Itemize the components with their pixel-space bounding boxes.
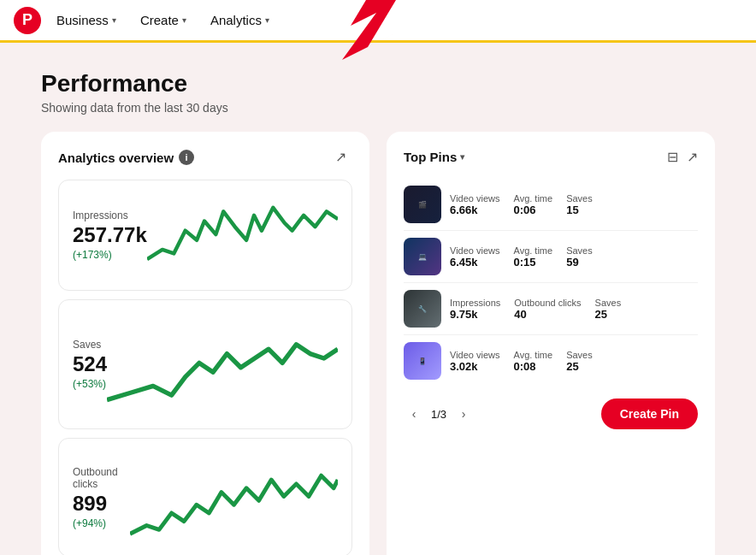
chevron-down-icon: ▾ <box>182 15 186 25</box>
pin-stat-value: 59 <box>566 256 593 269</box>
outbound-clicks-value: 899 <box>73 492 130 516</box>
pin-stats: Video views6.66kAvg. time0:06Saves15 <box>450 193 698 216</box>
pin-thumbnail[interactable]: 🔧 <box>404 290 441 328</box>
pin-stat: Saves25 <box>595 298 622 321</box>
pin-stat-value: 25 <box>595 308 622 321</box>
filter-icon[interactable]: ⊟ <box>667 149 678 165</box>
pin-row: 🎬Video views6.66kAvg. time0:06Saves15 <box>404 179 698 231</box>
pin-stats: Video views6.45kAvg. time0:15Saves59 <box>450 245 698 269</box>
pin-stat-value: 0:15 <box>514 256 553 269</box>
pin-stat-value: 6.45k <box>450 256 500 269</box>
pin-stat-label: Saves <box>566 193 593 204</box>
pagination: ‹ 1/3 › Create Pin <box>404 399 698 429</box>
pin-rows: 🎬Video views6.66kAvg. time0:06Saves15💻Vi… <box>404 179 698 387</box>
nav-item-analytics[interactable]: Analytics ▾ <box>202 8 278 32</box>
pin-stat-label: Video views <box>450 350 500 360</box>
top-pins-title-group[interactable]: Top Pins ▾ <box>404 150 464 164</box>
pin-row: 💻Video views6.45kAvg. time0:15Saves59 <box>404 231 698 283</box>
pin-row: 📱Video views3.02kAvg. time0:08Saves25 <box>404 335 698 387</box>
pin-stat: Saves59 <box>566 245 593 269</box>
next-page-button[interactable]: › <box>453 404 474 424</box>
pin-stat-value: 0:08 <box>514 360 553 373</box>
pin-stat-label: Outbound clicks <box>514 298 581 308</box>
pin-stat-label: Saves <box>566 350 593 360</box>
pin-stat-label: Saves <box>595 298 622 308</box>
pin-stat: Avg. time0:06 <box>514 193 553 216</box>
pin-thumbnail[interactable]: 💻 <box>404 238 441 275</box>
saves-change: (+53%) <box>73 378 107 390</box>
pin-thumbnail[interactable]: 🎬 <box>404 186 441 223</box>
impressions-metric: Impressions 257.77k (+173%) <box>58 180 352 291</box>
chevron-down-icon: ▾ <box>460 152 464 162</box>
top-pins-card: Top Pins ▾ ⊟ ↗ 🎬Video views6.66kAvg. tim… <box>387 132 715 555</box>
pin-stat: Impressions9.75k <box>450 298 500 321</box>
pin-stat-value: 25 <box>566 360 593 373</box>
pin-stat: Video views3.02k <box>450 350 500 373</box>
navbar: P Business ▾ Create ▾ Analytics ▾ <box>0 0 756 43</box>
saves-label: Saves <box>73 339 107 351</box>
pinterest-logo[interactable]: P <box>14 7 41 34</box>
saves-sparkline <box>107 312 338 416</box>
impressions-value: 257.77k <box>73 223 147 247</box>
chevron-down-icon: ▾ <box>112 15 116 25</box>
pin-stat-value: 15 <box>566 204 593 216</box>
performance-subtitle: Showing data from the last 30 days <box>41 101 715 115</box>
nav-create-label: Create <box>140 13 179 27</box>
pin-stat-label: Video views <box>450 245 500 256</box>
nav-item-create[interactable]: Create ▾ <box>132 8 195 32</box>
pin-thumbnail[interactable]: 📱 <box>404 342 441 380</box>
analytics-card-header: Analytics overview i ↗ <box>58 149 352 166</box>
nav-business-label: Business <box>56 13 109 27</box>
pin-stat-label: Video views <box>450 193 500 204</box>
top-pins-header: Top Pins ▾ ⊟ ↗ <box>404 149 698 165</box>
pin-stat-label: Impressions <box>450 298 500 308</box>
nav-item-business[interactable]: Business ▾ <box>48 8 125 32</box>
analytics-overview-card: Analytics overview i ↗ Impressions 257.7… <box>41 132 369 555</box>
export-icon[interactable]: ↗ <box>335 149 352 166</box>
pin-stat-value: 40 <box>514 308 581 321</box>
pin-stat: Saves15 <box>566 193 593 216</box>
pin-stats: Impressions9.75kOutbound clicks40Saves25 <box>450 298 698 321</box>
pin-stat-value: 3.02k <box>450 360 500 373</box>
pagination-controls: ‹ 1/3 › <box>404 404 474 424</box>
logo-letter: P <box>22 11 32 29</box>
pin-stat-value: 0:06 <box>514 204 553 216</box>
outbound-clicks-left: Outbound clicks 899 (+94%) <box>73 466 130 529</box>
saves-metric: Saves 524 (+53%) <box>58 299 352 428</box>
saves-value: 524 <box>73 352 107 376</box>
analytics-overview-title-group: Analytics overview i <box>58 150 194 165</box>
pin-stat: Video views6.66k <box>450 193 500 216</box>
impressions-change: (+173%) <box>73 249 147 261</box>
pin-stat: Outbound clicks40 <box>514 298 581 321</box>
outbound-clicks-sparkline <box>130 451 338 544</box>
top-pins-actions: ⊟ ↗ <box>667 149 698 165</box>
outbound-clicks-label: Outbound clicks <box>73 466 130 490</box>
pin-row: 🔧Impressions9.75kOutbound clicks40Saves2… <box>404 283 698 335</box>
info-icon[interactable]: i <box>179 150 194 165</box>
prev-page-button[interactable]: ‹ <box>404 404 424 424</box>
main-content: Performance Showing data from the last 3… <box>0 43 756 555</box>
pin-stat: Avg. time0:15 <box>514 245 553 269</box>
create-pin-button[interactable]: Create Pin <box>601 399 698 429</box>
pin-stat: Saves25 <box>566 350 593 373</box>
chevron-down-icon: ▾ <box>265 15 269 25</box>
pin-stat: Video views6.45k <box>450 245 500 269</box>
saves-left: Saves 524 (+53%) <box>73 339 107 390</box>
cards-row: Analytics overview i ↗ Impressions 257.7… <box>41 132 715 555</box>
pin-stat-value: 9.75k <box>450 308 500 321</box>
nav-analytics-label: Analytics <box>210 13 262 27</box>
pin-stat-label: Avg. time <box>514 350 553 360</box>
top-pins-title: Top Pins <box>404 150 457 164</box>
performance-title: Performance <box>41 70 715 97</box>
pin-stat-label: Avg. time <box>514 193 553 204</box>
impressions-left: Impressions 257.77k (+173%) <box>73 210 147 261</box>
impressions-sparkline <box>147 192 338 278</box>
outbound-clicks-change: (+94%) <box>73 517 130 529</box>
export-icon[interactable]: ↗ <box>687 149 698 165</box>
pin-stat-label: Saves <box>566 245 593 256</box>
analytics-overview-title: Analytics overview <box>58 151 174 165</box>
impressions-label: Impressions <box>73 210 147 221</box>
pin-stat-value: 6.66k <box>450 204 500 216</box>
pin-stat: Avg. time0:08 <box>514 350 553 373</box>
outbound-clicks-metric: Outbound clicks 899 (+94%) <box>58 438 352 555</box>
